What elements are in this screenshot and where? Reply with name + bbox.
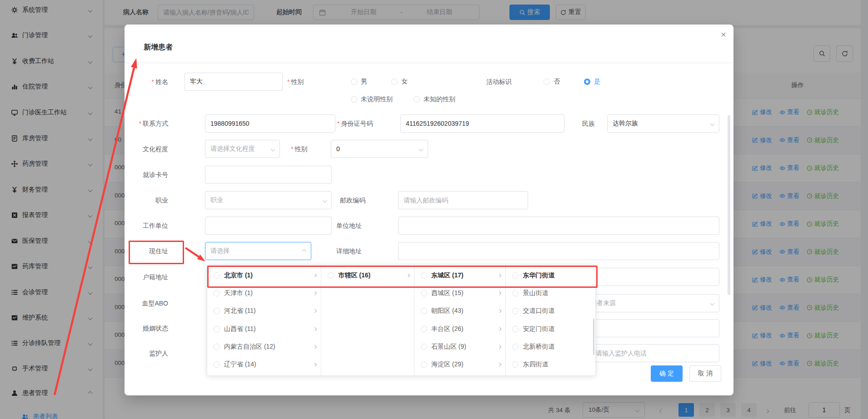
active-no-radio[interactable]: 否 (544, 77, 560, 86)
idcard-label: *身份证号码 (337, 119, 373, 128)
chevron-right-icon (313, 327, 317, 330)
cascader-option[interactable]: 辽宁省 (14) (207, 355, 321, 373)
radio-selected-icon (584, 79, 590, 85)
cascader-option[interactable]: 东四街道 (506, 355, 595, 373)
cascader-option[interactable]: 海淀区 (29) (414, 355, 506, 373)
chevron-up-icon (302, 249, 307, 253)
gender-male-radio[interactable]: 男 (351, 77, 367, 86)
detail-address-input[interactable] (398, 242, 719, 260)
cascader-option[interactable]: 内蒙古自治区 (12) (207, 338, 321, 355)
modal-title: 新增患者 (144, 43, 173, 52)
chevron-right-icon (498, 291, 501, 295)
postcode-label: 邮政编码 (340, 196, 365, 205)
chevron-right-icon (313, 291, 317, 295)
cascader-option[interactable]: 石景山区 (9) (414, 338, 506, 355)
radio-icon (421, 290, 427, 296)
ethnicity-select[interactable]: 达斡尔族 (607, 114, 719, 133)
radio-icon (421, 308, 427, 314)
occupation-select[interactable]: 职业 (205, 191, 332, 209)
cascader-street-column: 东华门街道 景山街道 交道口街道 安定门街道 北新桥街道 东四街道 (506, 265, 595, 375)
radio-icon (512, 290, 519, 296)
radio-icon (214, 308, 220, 314)
radio-icon (544, 79, 550, 85)
visit-card-label: 就诊卡号 (125, 170, 168, 179)
idcard-input[interactable] (400, 114, 564, 133)
unit-address-input[interactable] (398, 217, 719, 235)
occupation-label: 职业 (125, 196, 168, 205)
radio-icon (512, 326, 519, 332)
modal-scrollbar[interactable] (728, 115, 730, 295)
chevron-right-icon (498, 327, 501, 330)
gender-code-select[interactable]: 0 (331, 140, 428, 158)
current-address-label: 现住址 (125, 246, 168, 256)
name-label: *姓名 (125, 77, 168, 86)
chevron-right-icon (313, 363, 317, 366)
registered-address-label: 户籍地址 (125, 272, 168, 281)
cascader-option[interactable]: 安定门街道 (506, 320, 595, 338)
guardian-phone-input[interactable] (590, 344, 719, 362)
radio-icon (391, 79, 398, 85)
chevron-right-icon (313, 309, 317, 313)
cascader-option[interactable]: 市辖区 (16) (321, 266, 414, 284)
chevron-right-icon (498, 345, 501, 349)
gender-label: *性别 (287, 77, 304, 86)
cascader-option[interactable]: 东华门街道 (506, 266, 595, 284)
cascader-option[interactable]: 天津市 (1) (207, 284, 321, 302)
close-icon[interactable]: × (718, 29, 729, 40)
radio-icon (214, 361, 220, 368)
radio-icon (512, 272, 519, 279)
radio-icon (421, 272, 427, 279)
cascader-option[interactable]: 山西省 (11) (207, 320, 321, 338)
cascader-district-column: 东城区 (17) 西城区 (15) 朝阳区 (43) 丰台区 (26) 石景山区… (414, 265, 506, 375)
chevron-down-icon (419, 147, 424, 151)
contact-input[interactable] (205, 114, 335, 133)
cascader-option[interactable]: 丰台区 (26) (414, 320, 506, 338)
work-unit-input[interactable] (205, 217, 332, 235)
guardian-label: 监护人 (125, 349, 168, 358)
chevron-right-icon (406, 273, 410, 277)
cancel-button[interactable]: 取 消 (689, 365, 721, 382)
contact-label: *联系方式 (125, 119, 168, 128)
marital-status-label: 婚姻状态 (125, 324, 168, 333)
radio-icon (421, 361, 427, 368)
radio-icon (512, 361, 519, 368)
active-yes-radio[interactable]: 是 (584, 77, 600, 86)
blood-type-label: 血型ABO (125, 299, 168, 308)
chevron-right-icon (498, 309, 501, 313)
education-label: 文化程度 (125, 144, 168, 153)
cascader-option[interactable]: 东城区 (17) (414, 266, 506, 284)
chevron-right-icon (498, 273, 501, 277)
cascader-option[interactable]: 交道口街道 (506, 302, 595, 320)
cascader-scrollbar[interactable] (593, 319, 594, 355)
cascader-option[interactable]: 景山街道 (506, 284, 595, 302)
detail-address-label: 详细地址 (336, 246, 362, 256)
gender-unstated-radio[interactable]: 未说明性别 (351, 95, 393, 104)
radio-icon (414, 96, 420, 103)
active-flag-label: 活动标识 (486, 77, 512, 86)
cascader-option[interactable]: 北京市 (1) (207, 266, 321, 284)
radio-icon (214, 344, 220, 350)
current-address-cascader[interactable]: 请选择 (205, 242, 311, 260)
education-select[interactable]: 请选择文化程度 (205, 140, 280, 158)
confirm-button[interactable]: 确 定 (651, 365, 683, 382)
cascader-city-column: 市辖区 (16) (321, 265, 414, 375)
chevron-right-icon (313, 273, 317, 277)
gender-unknown-radio[interactable]: 未知的性别 (414, 95, 455, 104)
gender-female-radio[interactable]: 女 (391, 77, 408, 86)
radio-icon (328, 272, 334, 279)
postcode-input[interactable] (398, 191, 528, 209)
chevron-down-icon (710, 121, 715, 126)
radio-icon (214, 290, 220, 296)
cascader-option[interactable]: 北新桥街道 (506, 338, 595, 355)
visit-card-input[interactable] (205, 166, 332, 184)
cascader-option[interactable]: 河北省 (11) (207, 302, 321, 320)
radio-icon (214, 272, 220, 279)
radio-icon (214, 326, 220, 332)
cascader-option[interactable]: 西城区 (15) (414, 284, 506, 302)
name-input[interactable] (185, 73, 283, 91)
cascader-option[interactable]: 朝阳区 (43) (414, 302, 506, 320)
ethnicity-label: 民族 (582, 119, 595, 128)
radio-icon (351, 96, 357, 103)
chevron-down-icon (271, 147, 275, 151)
chevron-down-icon (323, 198, 327, 202)
